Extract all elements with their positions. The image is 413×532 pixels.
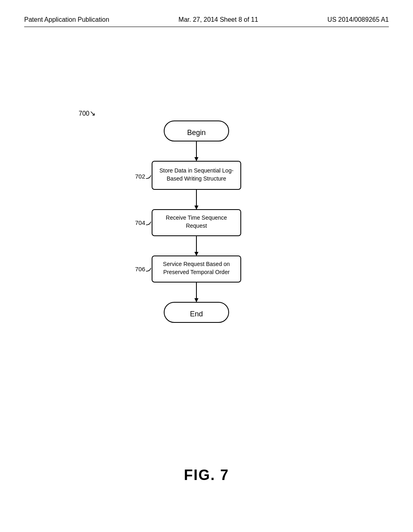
header-right: US 2014/0089265 A1 — [327, 16, 389, 23]
svg-text:706: 706 — [135, 266, 145, 272]
svg-text:704: 704 — [135, 219, 145, 226]
svg-text:Begin: Begin — [187, 129, 206, 137]
svg-text:Based Writing Structure: Based Writing Structure — [167, 175, 226, 182]
svg-text:Request: Request — [186, 222, 207, 229]
flowchart-diagram: Begin 702 Store Data in Sequential Log- … — [86, 113, 327, 387]
svg-text:Receive Time Sequence: Receive Time Sequence — [166, 214, 227, 221]
header-center: Mar. 27, 2014 Sheet 8 of 11 — [179, 16, 258, 23]
header-left: Patent Application Publication — [24, 16, 109, 23]
svg-marker-15 — [194, 252, 198, 256]
figure-label: FIG. 7 — [184, 467, 229, 484]
svg-marker-9 — [194, 206, 198, 210]
svg-text:Store Data in Sequential Log-: Store Data in Sequential Log- — [159, 167, 234, 174]
page-header: Patent Application Publication Mar. 27, … — [24, 16, 389, 27]
svg-text:End: End — [190, 310, 203, 318]
svg-marker-3 — [194, 157, 198, 161]
svg-marker-21 — [194, 298, 198, 302]
svg-text:Service Request Based on: Service Request Based on — [163, 261, 230, 267]
svg-text:Preserved Temporal Order: Preserved Temporal Order — [163, 269, 230, 275]
page-container: Patent Application Publication Mar. 27, … — [0, 0, 413, 532]
svg-text:702: 702 — [135, 173, 145, 180]
